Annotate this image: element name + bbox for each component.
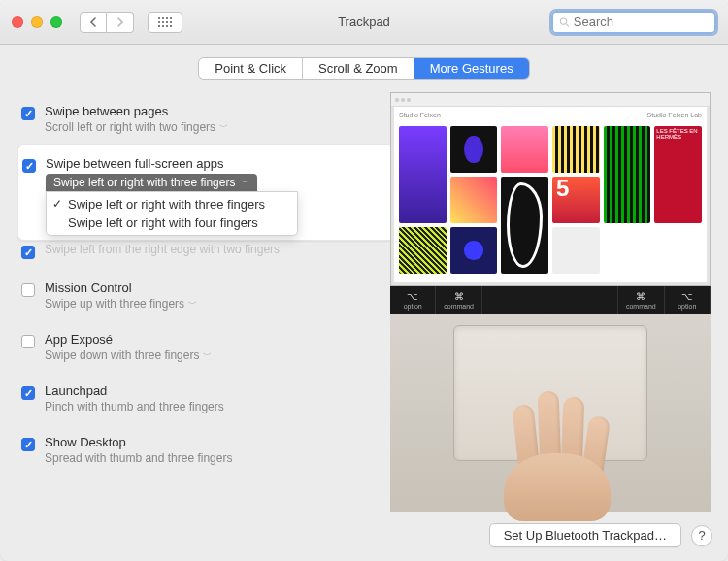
option-show-desktop[interactable]: Show Desktop Spread with thumb and three… <box>17 423 373 475</box>
window-controls <box>12 16 62 28</box>
help-button[interactable]: ? <box>691 525 712 546</box>
checkbox-mission-control[interactable] <box>21 283 35 297</box>
search-field[interactable] <box>551 11 716 34</box>
chevron-right-icon <box>116 17 124 27</box>
search-icon <box>559 16 570 28</box>
preview-page-title-left: Studio Feixen <box>399 112 441 118</box>
dropdown-selected-display[interactable]: Swipe left or right with three fingers ﹀ <box>46 174 257 191</box>
option-launchpad[interactable]: Launchpad Pinch with thumb and three fin… <box>17 372 373 423</box>
dropdown-item-three-fingers[interactable]: Swipe left or right with three fingers <box>47 195 297 214</box>
chevron-left-icon <box>89 17 97 27</box>
back-button[interactable] <box>80 12 107 33</box>
option-subtitle-dropdown[interactable]: Swipe up with three fingers ﹀ <box>45 297 197 311</box>
option-swipe-pages[interactable]: Swipe between pages Scroll left or right… <box>17 92 373 144</box>
option-subtitle: Swipe left from the right edge with two … <box>45 243 280 256</box>
dropdown-item-four-fingers[interactable]: Swipe left or right with four fingers <box>47 214 297 232</box>
preview-trackpad-area <box>390 314 711 512</box>
option-app-expose[interactable]: App Exposé Swipe down with three fingers… <box>17 320 373 372</box>
grid-icon <box>158 17 172 27</box>
chevron-down-icon: ﹀ <box>241 177 249 189</box>
nav-buttons <box>80 12 134 33</box>
chevron-down-icon: ﹀ <box>203 349 212 362</box>
checkbox-app-expose[interactable] <box>21 335 35 348</box>
poster-tile: LES FÊTES EN HERMÈS <box>654 126 702 223</box>
preview-gallery: LES FÊTES EN HERMÈS <box>391 122 710 278</box>
gesture-preview: Studio Feixen Studio Feixen Lab LES FÊTE… <box>390 92 711 512</box>
option-title: Swipe between full-screen apps <box>46 156 298 171</box>
window-title: Trackpad <box>338 15 390 29</box>
zoom-window-button[interactable] <box>50 16 62 28</box>
minimize-window-button[interactable] <box>31 16 43 28</box>
option-notification-center[interactable]: Swipe left from the right edge with two … <box>17 239 373 269</box>
tab-bar: Point & Click Scroll & Zoom More Gesture… <box>0 45 728 84</box>
show-all-button[interactable] <box>148 12 182 33</box>
checkbox-launchpad[interactable] <box>21 386 35 400</box>
option-subtitle-dropdown[interactable]: Scroll left or right with two fingers ﹀ <box>45 120 228 134</box>
tab-point-click[interactable]: Point & Click <box>199 58 303 79</box>
close-window-button[interactable] <box>12 16 23 28</box>
chevron-down-icon: ﹀ <box>219 121 228 134</box>
svg-line-1 <box>566 23 569 26</box>
preview-hand <box>494 405 620 521</box>
option-subtitle-dropdown[interactable]: Swipe down with three fingers ﹀ <box>45 348 212 362</box>
search-input[interactable] <box>574 15 709 29</box>
setup-bluetooth-button[interactable]: Set Up Bluetooth Trackpad… <box>489 523 681 547</box>
preview-keyboard: ⌥option ⌘command ⌘command ⌥option <box>390 286 711 314</box>
content-area: Swipe between pages Scroll left or right… <box>0 84 728 512</box>
option-subtitle: Spread with thumb and three fingers <box>45 451 232 465</box>
option-title: Launchpad <box>45 383 224 398</box>
tab-scroll-zoom[interactable]: Scroll & Zoom <box>303 58 414 79</box>
option-mission-control[interactable]: Mission Control Swipe up with three fing… <box>17 269 373 320</box>
option-title: Mission Control <box>45 280 197 295</box>
forward-button[interactable] <box>107 12 134 33</box>
option-title: App Exposé <box>45 332 212 346</box>
option-title: Swipe between pages <box>45 104 228 118</box>
dropdown-menu: Swipe left or right with three fingers S… <box>46 191 298 236</box>
checkbox-notification-center[interactable] <box>21 246 35 259</box>
gesture-options-list: Swipe between pages Scroll left or right… <box>17 92 373 512</box>
preview-page-title-right: Studio Feixen Lab <box>647 112 702 118</box>
checkbox-swipe-fullscreen[interactable] <box>22 159 36 173</box>
checkbox-swipe-pages[interactable] <box>21 107 35 120</box>
preferences-window: Trackpad Point & Click Scroll & Zoom Mor… <box>0 0 728 561</box>
svg-point-0 <box>560 17 566 23</box>
preview-screen: Studio Feixen Studio Feixen Lab LES FÊTE… <box>390 92 711 286</box>
titlebar: Trackpad <box>0 0 728 45</box>
tab-more-gestures[interactable]: More Gestures <box>414 58 529 79</box>
option-subtitle: Pinch with thumb and three fingers <box>45 400 224 413</box>
option-title: Show Desktop <box>45 435 232 449</box>
option-swipe-fullscreen[interactable]: Swipe between full-screen apps Swipe lef… <box>17 144 390 241</box>
checkbox-show-desktop[interactable] <box>21 438 35 451</box>
chevron-down-icon: ﹀ <box>188 298 197 311</box>
